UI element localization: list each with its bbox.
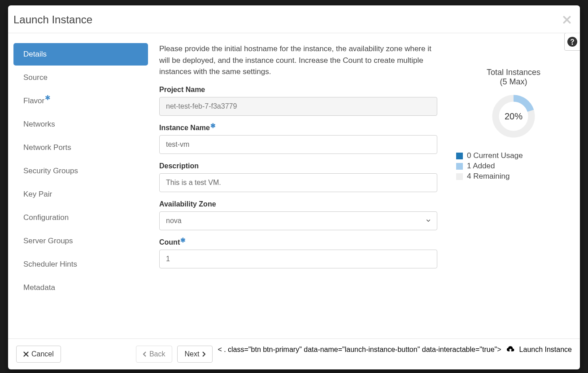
nav-source[interactable]: Source — [13, 66, 148, 89]
x-icon — [23, 351, 29, 357]
project-name-label: Project Name — [159, 86, 437, 94]
availability-zone-label: Availability Zone — [159, 200, 437, 208]
cancel-button[interactable]: Cancel — [16, 346, 61, 363]
help-button[interactable] — [564, 33, 580, 51]
count-label: Count✱ — [159, 238, 437, 246]
nav-scheduler-hints[interactable]: Scheduler Hints — [13, 253, 148, 276]
nav-key-pair[interactable]: Key Pair — [13, 183, 148, 206]
availability-zone-select[interactable]: nova — [159, 211, 437, 230]
nav-server-groups[interactable]: Server Groups — [13, 230, 148, 252]
legend-item: 4 Remaining — [456, 172, 523, 181]
legend-swatch — [456, 153, 463, 159]
nav-label: Flavor — [23, 97, 44, 105]
project-name-input — [159, 97, 437, 116]
nav-label: Metadata — [23, 283, 55, 292]
modal-footer: Cancel Back Next < . class="btn btn-prim… — [8, 338, 580, 369]
nav-label: Details — [23, 50, 47, 58]
donut-percent: 20% — [491, 94, 536, 139]
nav-label: Network Ports — [23, 143, 71, 152]
summary-title: Total Instances — [487, 68, 540, 77]
quota-summary: Total Instances (5 Max) 20% 0 Current Us… — [455, 43, 572, 334]
legend-text: 0 Current Usage — [467, 151, 523, 160]
required-icon: ✱ — [45, 94, 51, 101]
close-icon — [563, 16, 571, 24]
launch-instance-modal: Launch Instance DetailsSourceFlavor✱Netw… — [8, 5, 580, 369]
nav-metadata[interactable]: Metadata — [13, 276, 148, 299]
legend-text: 1 Added — [467, 162, 495, 171]
summary-max: (5 Max) — [500, 77, 527, 87]
nav-label: Configuration — [23, 213, 69, 222]
wizard-main: Please provide the initial hostname for … — [148, 43, 572, 334]
nav-configuration[interactable]: Configuration — [13, 206, 148, 229]
nav-flavor[interactable]: Flavor✱ — [13, 90, 148, 112]
legend-text: 4 Remaining — [467, 172, 510, 181]
legend-swatch — [456, 173, 463, 180]
nav-networks[interactable]: Networks — [13, 113, 148, 136]
legend: 0 Current Usage1 Added4 Remaining — [455, 151, 523, 182]
nav-label: Key Pair — [23, 190, 52, 198]
modal-body: DetailsSourceFlavor✱NetworksNetwork Port… — [8, 33, 580, 338]
nav-label: Source — [23, 73, 48, 82]
legend-swatch — [456, 163, 463, 170]
chevron-right-icon — [202, 351, 205, 357]
description-label: Description — [159, 162, 437, 170]
nav-label: Server Groups — [23, 237, 73, 245]
nav-label: Security Groups — [23, 167, 78, 175]
legend-item: 0 Current Usage — [456, 151, 523, 160]
legend-item: 1 Added — [456, 162, 523, 171]
wizard-sidebar: DetailsSourceFlavor✱NetworksNetwork Port… — [13, 43, 148, 334]
modal-title: Launch Instance — [13, 13, 92, 26]
instance-name-input[interactable] — [159, 135, 437, 154]
details-form: Please provide the initial hostname for … — [159, 43, 437, 334]
instance-name-label: Instance Name✱ — [159, 124, 437, 132]
nav-label: Networks — [23, 120, 55, 128]
nav-details[interactable]: Details — [13, 43, 148, 66]
close-button[interactable] — [563, 14, 571, 26]
modal-header: Launch Instance — [8, 5, 580, 33]
nav-network-ports[interactable]: Network Ports — [13, 136, 148, 159]
back-button[interactable]: Back — [136, 346, 173, 363]
intro-text: Please provide the initial hostname for … — [159, 43, 437, 78]
description-input[interactable] — [159, 173, 437, 192]
count-input[interactable] — [159, 250, 437, 268]
nav-label: Scheduler Hints — [23, 260, 77, 268]
nav-security-groups[interactable]: Security Groups — [13, 160, 148, 182]
cloud-upload-icon — [506, 346, 514, 352]
donut-chart: 20% — [491, 94, 536, 139]
help-icon — [567, 37, 577, 47]
next-button[interactable]: Next — [177, 346, 213, 363]
chevron-left-icon — [143, 351, 147, 357]
